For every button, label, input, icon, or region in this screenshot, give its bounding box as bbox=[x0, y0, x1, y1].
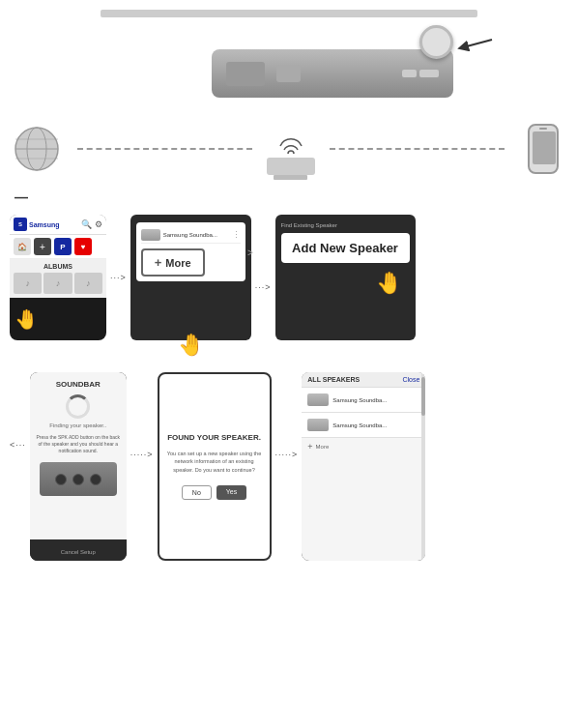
arrow-2: ···> bbox=[255, 282, 272, 292]
hand-cursor-2: 🤚 bbox=[178, 333, 204, 358]
scrollbar-thumb bbox=[421, 377, 425, 416]
top-section bbox=[0, 0, 577, 107]
speaker-icon-2 bbox=[307, 419, 329, 431]
found-speaker-buttons: No Yes bbox=[167, 485, 262, 500]
bottom-arrow-left: <··· bbox=[10, 440, 26, 450]
hand-cursor-3-container: 🤚 bbox=[281, 271, 410, 296]
bottom-arrow-right: ·····> bbox=[275, 450, 299, 459]
speakers-more-row: + More bbox=[302, 438, 425, 455]
scrollbar-track bbox=[421, 372, 425, 561]
found-speaker-title: FOUND YOUR SPEAKER. bbox=[167, 433, 262, 442]
network-line-2 bbox=[330, 148, 505, 150]
step-indicator: — bbox=[0, 185, 577, 210]
soundbar-mini-icon bbox=[141, 229, 160, 241]
no-button[interactable]: No bbox=[182, 485, 212, 500]
soundbar-device bbox=[212, 49, 453, 98]
add-new-speaker-button[interactable]: Add New Speaker bbox=[281, 233, 410, 263]
right-arrow-indicator: > bbox=[247, 247, 253, 257]
top-steps-row: S Samsung 🔍 ⚙ 🏠 + bbox=[10, 215, 567, 340]
globe-icon bbox=[0, 125, 72, 173]
mobile-phone-icon bbox=[509, 124, 577, 174]
music-item-3: ♪ bbox=[74, 273, 102, 294]
more-button[interactable]: + More bbox=[141, 248, 205, 277]
header-icons: 🔍 ⚙ bbox=[81, 219, 102, 229]
phys-btn-2 bbox=[72, 474, 84, 485]
cancel-setup-label: Cancel Setup bbox=[61, 549, 96, 555]
samsung-logo-box: S bbox=[14, 218, 27, 231]
steps-container: S Samsung 🔍 ⚙ 🏠 + bbox=[0, 210, 577, 570]
screen-more-button: Samsung Soundba... ⋮ + More > 🤚 bbox=[130, 215, 251, 340]
add-new-speaker-text: Add New Speaker bbox=[292, 241, 398, 255]
speaker-name-2: Samsung Soundba... bbox=[332, 422, 387, 428]
nav-iheart: ♥ bbox=[74, 238, 92, 255]
phys-btn-1 bbox=[55, 474, 67, 485]
plus-icon: + bbox=[155, 255, 162, 270]
samsung-text: Samsung bbox=[29, 221, 60, 228]
screen-finding-speaker: SOUNDBAR Finding your speaker.. Press th… bbox=[30, 372, 127, 561]
screen-found-speaker: FOUND YOUR SPEAKER. You can set up a new… bbox=[158, 372, 272, 561]
all-speakers-header: ALL SPEAKERS Close bbox=[302, 372, 425, 388]
globe-svg bbox=[13, 125, 61, 173]
network-line-1 bbox=[77, 148, 252, 150]
speaker-item-1: Samsung Soundba... bbox=[302, 388, 425, 413]
speakers-more-label: More bbox=[316, 444, 330, 450]
nav-pandora: P bbox=[54, 238, 72, 255]
soundbar-title: SOUNDBAR bbox=[56, 380, 101, 389]
cancel-bar: Cancel Setup bbox=[30, 539, 127, 561]
svg-line-0 bbox=[463, 40, 492, 47]
speaker-item-2: Samsung Soundba... bbox=[302, 413, 425, 438]
soundbar-name: Samsung Soundba... bbox=[163, 232, 217, 238]
bottom-arrow-center: ·····> bbox=[130, 450, 154, 459]
screen-samsung-app: S Samsung 🔍 ⚙ 🏠 + bbox=[10, 215, 106, 340]
network-section bbox=[0, 107, 577, 185]
arrow-svg bbox=[444, 30, 502, 59]
wifi-icon bbox=[276, 136, 305, 156]
albums-title: ALBUMS bbox=[14, 263, 102, 270]
screen-add-new-speaker: Find Existing Speaker Add New Speaker 🤚 bbox=[275, 215, 416, 340]
find-existing-label: Find Existing Speaker bbox=[281, 222, 410, 228]
hand-cursor-1: 🤚 bbox=[14, 307, 39, 331]
nav-thumb: 🏠 bbox=[14, 238, 31, 255]
music-item-2: ♪ bbox=[43, 273, 72, 294]
hand-cursor-3: 🤚 bbox=[376, 271, 402, 296]
found-speaker-body: You can set up a new speaker using the n… bbox=[167, 450, 262, 474]
all-speakers-title: ALL SPEAKERS bbox=[307, 376, 360, 383]
speaker-name-1: Samsung Soundba... bbox=[332, 397, 387, 403]
music-item-1: ♪ bbox=[14, 273, 42, 294]
more-label: More bbox=[165, 257, 190, 269]
speaker-icon-1 bbox=[307, 393, 329, 406]
loading-spinner bbox=[66, 394, 90, 419]
yes-button[interactable]: Yes bbox=[216, 485, 246, 500]
physical-soundbar bbox=[40, 462, 117, 496]
bottom-steps-row: <··· SOUNDBAR Finding your speaker.. Pre… bbox=[10, 348, 567, 566]
arrow-1: ···> bbox=[110, 273, 127, 282]
instruction-text: Press the SPK ADD button on the back of … bbox=[35, 434, 122, 454]
screen-all-speakers: ALL SPEAKERS Close Samsung Soundba... Sa… bbox=[302, 372, 425, 561]
speakers-more-plus: + bbox=[307, 442, 312, 451]
close-button[interactable]: Close bbox=[402, 376, 419, 383]
nav-plus: + bbox=[34, 238, 51, 255]
finding-text: Finding your speaker.. bbox=[49, 422, 106, 428]
top-bar bbox=[101, 10, 477, 17]
router-icon bbox=[257, 122, 325, 175]
phys-btn-3 bbox=[90, 474, 101, 485]
